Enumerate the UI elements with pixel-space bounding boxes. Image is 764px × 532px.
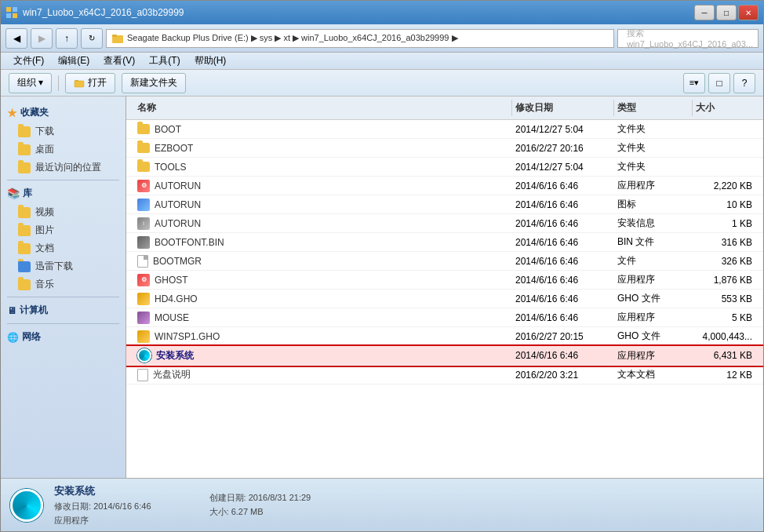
generic-file-icon (137, 255, 148, 268)
table-row[interactable]: HD4.GHO2014/6/16 6:46GHO 文件553 KB (126, 290, 763, 308)
sidebar-library-header[interactable]: 📚 库 (1, 184, 126, 203)
back-button[interactable]: ◀ (5, 28, 27, 49)
table-row[interactable]: BOOTFONT.BIN2014/6/16 6:46BIN 文件316 KB (126, 233, 763, 252)
sidebar: ★ 收藏夹 下载 桌面 最近访问的位置 (1, 97, 126, 478)
help-button[interactable]: ? (733, 73, 755, 93)
file-size-cell: 2,220 KB (693, 180, 755, 192)
menu-edit[interactable]: 编辑(E) (52, 53, 96, 69)
file-name-cell: BOOTFONT.BIN (134, 235, 512, 250)
title-bar-left: win7_Luobo_x64CJ_2016_a03b29999 (5, 6, 184, 19)
file-date-cell: 2014/12/27 5:04 (512, 123, 614, 136)
table-row[interactable]: WIN7SP1.GHO2016/2/27 20:15GHO 文件4,000,44… (126, 327, 763, 346)
library-icon: 📚 (7, 188, 20, 199)
close-button[interactable]: ✕ (738, 5, 759, 20)
status-size-text: 大小: 6.27 MB (209, 506, 311, 518)
folder-icon (137, 124, 150, 134)
sidebar-computer-header[interactable]: 🖥 计算机 (1, 301, 126, 320)
sidebar-favorites-label: 收藏夹 (20, 106, 49, 119)
file-size-cell (693, 129, 755, 130)
file-size-cell (693, 148, 755, 149)
menu-file[interactable]: 文件(F) (7, 53, 50, 69)
table-row[interactable]: ⚙GHOST2014/6/16 6:46应用程序1,876 KB (126, 271, 763, 290)
file-size-cell: 316 KB (693, 236, 755, 249)
sidebar-item-thunder[interactable]: 迅雷下载 (1, 257, 126, 275)
toolbar-right: ≡▾ □ ? (683, 73, 755, 93)
table-row[interactable]: MOUSE2014/6/16 6:46应用程序5 KB (126, 308, 763, 327)
open-icon (74, 78, 85, 89)
file-date-cell: 2014/6/16 6:46 (512, 199, 614, 211)
sidebar-item-downloads[interactable]: 下载 (1, 122, 126, 140)
sidebar-item-video[interactable]: 视频 (1, 203, 126, 221)
table-row[interactable]: EZBOOT2016/2/27 20:16文件夹 (126, 139, 763, 158)
menu-tools[interactable]: 工具(T) (143, 53, 186, 69)
sidebar-item-documents[interactable]: 文档 (1, 239, 126, 257)
file-name-text: 光盘说明 (153, 368, 191, 381)
star-icon: ★ (7, 107, 17, 119)
file-name-text: TOOLS (155, 162, 186, 173)
col-size[interactable]: 大小 (693, 100, 755, 116)
sidebar-downloads-label: 下载 (35, 125, 54, 138)
table-row[interactable]: TOOLS2014/12/27 5:04文件夹 (126, 158, 763, 177)
table-row[interactable]: iAUTORUN2014/6/16 6:46安装信息1 KB (126, 214, 763, 233)
file-name-text: AUTORUN (155, 218, 201, 229)
file-area: 名称 修改日期 类型 大小 BOOT2014/12/27 5:04文件夹EZBO… (126, 97, 763, 478)
file-name-cell: 光盘说明 (134, 367, 512, 382)
docs-folder-icon (18, 243, 31, 254)
table-row[interactable]: BOOT2014/12/27 5:04文件夹 (126, 120, 763, 139)
sidebar-library-section: 📚 库 视频 图片 文档 迅雷下载 (1, 184, 126, 293)
sidebar-item-pictures[interactable]: 图片 (1, 221, 126, 239)
table-row[interactable]: BOOTMGR2014/6/16 6:46文件326 KB (126, 252, 763, 271)
status-bar: 安装系统 修改日期: 2014/6/16 6:46 应用程序 创建日期: 201… (1, 478, 763, 531)
sidebar-video-label: 视频 (35, 206, 54, 219)
ico-icon (137, 199, 150, 211)
file-name-text: BOOTMGR (153, 256, 202, 267)
folder-icon-small-3 (18, 162, 31, 173)
table-row[interactable]: ⚙AUTORUN2014/6/16 6:46应用程序2,220 KB (126, 177, 763, 195)
minimize-button[interactable]: ─ (694, 5, 715, 20)
forward-button[interactable]: ▶ (31, 28, 53, 49)
file-size-cell: 1,876 KB (693, 274, 755, 286)
menu-view[interactable]: 查看(V) (97, 53, 141, 69)
table-row[interactable]: 安装系统2014/6/16 6:46应用程序6,431 KB (126, 346, 763, 366)
open-button[interactable]: 打开 (65, 73, 115, 93)
view-mode-button[interactable]: ≡▾ (683, 73, 705, 93)
search-box[interactable]: 搜索 win7_Luobo_x64CJ_2016_a03... (617, 29, 759, 48)
table-row[interactable]: AUTORUN2014/6/16 6:46图标10 KB (126, 195, 763, 214)
sidebar-recent-label: 最近访问的位置 (35, 161, 101, 174)
file-name-cell: BOOT (134, 123, 512, 136)
maximize-button[interactable]: □ (716, 5, 737, 20)
table-row[interactable]: 光盘说明2016/2/20 3:21文本文档12 KB (126, 366, 763, 384)
file-type-cell: 安装信息 (614, 216, 693, 231)
file-date-cell: 2014/6/16 6:46 (512, 180, 614, 192)
file-type-cell: 应用程序 (614, 272, 693, 287)
file-size-cell: 4,000,443... (693, 330, 755, 343)
organize-button[interactable]: 组织 ▾ (9, 73, 52, 93)
address-path-text: Seagate Backup Plus Drive (E:) ▶ sys ▶ x… (127, 33, 458, 43)
file-name-cell: 安装系统 (134, 348, 512, 363)
file-date-cell: 2016/2/27 20:15 (512, 330, 614, 343)
address-path[interactable]: Seagate Backup Plus Drive (E:) ▶ sys ▶ x… (106, 29, 614, 48)
status-create-text: 创建日期: 2016/8/31 21:29 (209, 492, 311, 504)
txt-icon (137, 369, 148, 381)
col-name[interactable]: 名称 (134, 100, 512, 116)
col-date[interactable]: 修改日期 (512, 100, 614, 116)
file-date-cell: 2016/2/20 3:21 (512, 369, 614, 381)
refresh-button[interactable]: ↻ (81, 28, 103, 49)
sidebar-network-header[interactable]: 🌐 网络 (1, 327, 126, 347)
file-date-cell: 2016/2/27 20:16 (512, 142, 614, 155)
sidebar-library-label: 库 (23, 187, 32, 200)
sidebar-item-recent[interactable]: 最近访问的位置 (1, 159, 126, 177)
sidebar-favorites-header[interactable]: ★ 收藏夹 (1, 103, 126, 122)
folder-icon (137, 162, 150, 172)
file-date-cell: 2014/6/16 6:46 (512, 293, 614, 305)
menu-help[interactable]: 帮助(H) (188, 53, 233, 69)
file-size-cell: 5 KB (693, 312, 755, 324)
new-folder-button[interactable]: 新建文件夹 (122, 73, 186, 93)
sidebar-item-music[interactable]: 音乐 (1, 275, 126, 293)
up-button[interactable]: ↑ (56, 28, 78, 49)
pane-button[interactable]: □ (708, 73, 730, 93)
file-date-cell: 2014/12/27 5:04 (512, 161, 614, 173)
sidebar-item-desktop[interactable]: 桌面 (1, 140, 126, 159)
col-type[interactable]: 类型 (614, 100, 693, 116)
app-icon (137, 312, 150, 324)
